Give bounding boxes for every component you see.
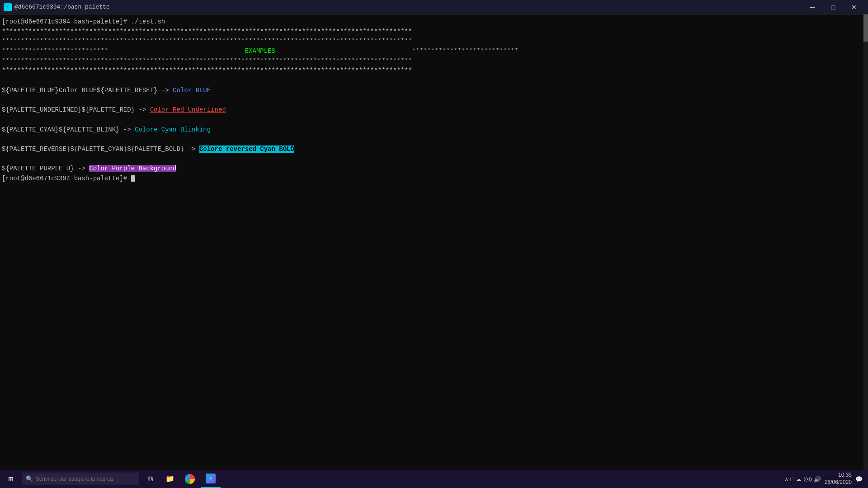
red-result: Color Red Underlined <box>150 106 226 113</box>
taskbar-clock[interactable]: 10:35 26/06/2020 <box>825 472 852 486</box>
windows-icon: ⊞ <box>9 474 14 484</box>
stars-row-1: ****************************************… <box>2 28 412 35</box>
chrome-button[interactable] <box>181 470 199 488</box>
stars-row-3b: **************************** <box>275 47 519 55</box>
terminal-taskbar-icon: ⚡ <box>206 474 216 483</box>
titlebar-left: ⚡ @d6e6671c9394:/bash-palette <box>4 3 110 11</box>
taskbar: ⊞ 🔍 ⧉ 📁 ⚡ ∧ □ ☁ ((•)) 🔊 10:35 26/06/2020… <box>0 470 868 488</box>
reverse-code-line: ${PALETTE_REVERSE}${PALETTE_CYAN}${PALET… <box>2 145 199 153</box>
blue-code-line: ${PALETTE_BLUE}Color BLUE${PALETTE_RESET… <box>2 87 173 94</box>
system-tray: ∧ □ ☁ ((•)) 🔊 <box>784 476 821 483</box>
titlebar-title: @d6e6671c9394:/bash-palette <box>14 4 110 10</box>
purple-code-line: ${PALETTE_PURPLE_U} -> <box>2 165 89 172</box>
volume-icon[interactable]: 🔊 <box>814 476 821 483</box>
titlebar-controls: ─ □ ✕ <box>802 0 864 14</box>
scrollbar[interactable] <box>863 14 868 470</box>
stars-row-4: ****************************************… <box>2 57 412 65</box>
taskbar-search-box[interactable]: 🔍 <box>22 473 139 485</box>
terminal-app-icon: ⚡ <box>4 3 12 11</box>
file-explorer-icon: 📁 <box>165 474 175 483</box>
cursor-blink <box>131 175 135 182</box>
clock-time: 10:35 <box>825 472 852 479</box>
search-input[interactable] <box>36 476 126 482</box>
reverse-result: Colore reversed Cyan BOLD <box>199 145 294 153</box>
stars-row-5: ****************************************… <box>2 67 412 74</box>
action-center-icon[interactable]: □ <box>791 476 794 483</box>
restore-button[interactable]: □ <box>823 0 844 14</box>
cyan-code-line: ${PALETTE_CYAN}${PALETTE_BLINK} -> <box>2 126 135 133</box>
prompt-line-1: [root@d6e6671c9394 bash-palette]# ./test… <box>2 18 165 25</box>
file-explorer-button[interactable]: 📁 <box>161 470 179 488</box>
stars-row-3: **************************** <box>2 47 245 55</box>
minimize-button[interactable]: ─ <box>802 0 823 14</box>
notification-icon[interactable]: 💬 <box>855 476 863 483</box>
scrollbar-thumb[interactable] <box>863 14 868 42</box>
purple-result: Color Purple Background <box>89 165 176 172</box>
close-button[interactable]: ✕ <box>844 0 864 14</box>
blue-result: Color BLUE <box>173 87 211 94</box>
show-hidden-icons[interactable]: ∧ <box>784 476 789 483</box>
prompt-line-2: [root@d6e6671c9394 bash-palette]# <box>2 175 135 182</box>
clock-date: 26/06/2020 <box>825 479 852 486</box>
terminal-output: [root@d6e6671c9394 bash-palette]# ./test… <box>2 17 866 184</box>
examples-label: EXAMPLES <box>245 47 275 55</box>
stars-row-2: ****************************************… <box>2 38 412 45</box>
onedrive-icon[interactable]: ☁ <box>796 476 802 483</box>
start-button[interactable]: ⊞ <box>2 470 20 488</box>
task-view-button[interactable]: ⧉ <box>141 470 159 488</box>
taskbar-right-area: ∧ □ ☁ ((•)) 🔊 10:35 26/06/2020 💬 <box>784 472 866 486</box>
terminal-window[interactable]: [root@d6e6671c9394 bash-palette]# ./test… <box>0 14 868 470</box>
terminal-taskbar-button[interactable]: ⚡ <box>201 470 221 488</box>
network-icon[interactable]: ((•)) <box>803 476 812 482</box>
chrome-icon <box>185 474 195 484</box>
cyan-result: Colore Cyan Blinking <box>135 126 211 133</box>
titlebar: ⚡ @d6e6671c9394:/bash-palette ─ □ ✕ <box>0 0 868 14</box>
task-view-icon: ⧉ <box>148 475 153 483</box>
red-code-line: ${PALETTE_UNDERLINED}${PALETTE_RED} -> <box>2 106 150 113</box>
search-icon: 🔍 <box>26 475 33 483</box>
